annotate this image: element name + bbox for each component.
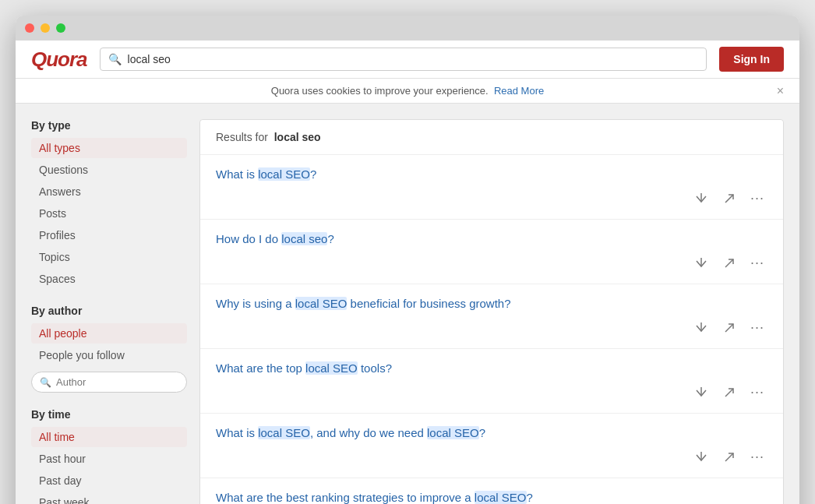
result-actions-4: ··· xyxy=(216,447,767,467)
downvote-button-2[interactable] xyxy=(691,319,711,337)
app-window: Quora 🔍 Sign In Quora uses cookies to im… xyxy=(16,16,799,504)
filter-past-hour[interactable]: Past hour xyxy=(31,449,187,469)
downvote-button-1[interactable] xyxy=(691,255,711,272)
result-title-5[interactable]: What are the best ranking strategies to … xyxy=(216,489,767,504)
filter-past-day[interactable]: Past day xyxy=(31,471,187,491)
search-icon: 🔍 xyxy=(108,53,122,65)
filter-past-week[interactable]: Past week xyxy=(31,492,187,504)
filter-all-people[interactable]: All people xyxy=(31,323,187,344)
filter-topics[interactable]: Topics xyxy=(31,247,187,267)
logo: Quora xyxy=(31,48,87,72)
cookie-text: Quora uses cookies to improve your exper… xyxy=(271,85,544,97)
cookie-banner: Quora uses cookies to improve your exper… xyxy=(16,79,799,104)
result-title-0[interactable]: What is local SEO? xyxy=(216,166,767,182)
main-content: By type All types Questions Answers Post… xyxy=(16,104,799,504)
share-button-4[interactable] xyxy=(719,449,739,466)
result-actions-0: ··· xyxy=(216,189,767,208)
header: Quora 🔍 Sign In xyxy=(16,41,799,79)
more-button-3[interactable]: ··· xyxy=(747,382,767,402)
read-more-link[interactable]: Read More xyxy=(494,85,544,97)
by-time-label: By time xyxy=(31,408,187,421)
filter-all-types[interactable]: All types xyxy=(31,138,187,158)
result-item: How do I do local seo? ··· xyxy=(200,220,783,284)
filter-people-you-follow[interactable]: People you follow xyxy=(31,345,187,365)
maximize-dot[interactable] xyxy=(56,23,65,33)
filter-all-time[interactable]: All time xyxy=(31,427,187,447)
more-button-1[interactable]: ··· xyxy=(747,253,767,273)
result-item: What is local SEO, and why do we need lo… xyxy=(200,414,783,478)
downvote-button-3[interactable] xyxy=(691,384,711,401)
result-title-2[interactable]: Why is using a local SEO beneficial for … xyxy=(216,295,767,312)
minimize-dot[interactable] xyxy=(41,23,50,33)
sidebar: By type All types Questions Answers Post… xyxy=(31,119,187,504)
filter-questions[interactable]: Questions xyxy=(31,160,187,180)
by-type-section: By type All types Questions Answers Post… xyxy=(31,119,187,289)
svg-line-3 xyxy=(725,259,733,267)
title-bar xyxy=(16,16,799,41)
share-button-1[interactable] xyxy=(719,255,739,272)
result-actions-2: ··· xyxy=(216,318,767,337)
search-input[interactable] xyxy=(128,53,699,65)
by-author-label: By author xyxy=(31,305,187,317)
result-actions-3: ··· xyxy=(216,382,767,402)
result-title-3[interactable]: What are the top local SEO tools? xyxy=(216,360,767,376)
more-button-0[interactable]: ··· xyxy=(747,189,767,208)
results-query: local seo xyxy=(274,131,321,143)
filter-posts[interactable]: Posts xyxy=(31,203,187,224)
author-search-box: 🔍 xyxy=(31,372,187,393)
by-type-label: By type xyxy=(31,119,187,132)
result-item: What are the top local SEO tools? ··· xyxy=(200,349,783,414)
by-time-section: By time All time Past hour Past day Past… xyxy=(31,408,187,504)
result-actions-1: ··· xyxy=(216,253,767,273)
cookie-close-button[interactable]: × xyxy=(777,84,784,98)
close-dot[interactable] xyxy=(25,23,34,33)
filter-profiles[interactable]: Profiles xyxy=(31,225,187,245)
filter-answers[interactable]: Answers xyxy=(31,182,187,202)
author-search-icon: 🔍 xyxy=(40,377,51,388)
result-item: Why is using a local SEO beneficial for … xyxy=(200,284,783,349)
svg-line-5 xyxy=(725,324,733,332)
by-author-section: By author All people People you follow 🔍 xyxy=(31,305,187,393)
downvote-button-0[interactable] xyxy=(691,190,711,207)
svg-line-7 xyxy=(725,389,733,397)
share-button-0[interactable] xyxy=(719,190,739,207)
result-title-1[interactable]: How do I do local seo? xyxy=(216,231,767,247)
more-button-4[interactable]: ··· xyxy=(747,447,767,467)
results-list: What is local SEO? ··· How do I do xyxy=(200,155,783,504)
search-bar: 🔍 xyxy=(100,48,707,71)
results-panel: Results for local seo What is local SEO? xyxy=(199,119,784,504)
author-search-input[interactable] xyxy=(56,376,178,388)
svg-line-9 xyxy=(725,453,733,461)
result-title-4[interactable]: What is local SEO, and why do we need lo… xyxy=(216,425,767,441)
sign-in-button[interactable]: Sign In xyxy=(719,47,784,72)
results-header: Results for local seo xyxy=(200,120,783,155)
result-item: What are the best ranking strategies to … xyxy=(200,478,783,504)
share-button-3[interactable] xyxy=(719,384,739,401)
svg-line-1 xyxy=(725,195,733,203)
share-button-2[interactable] xyxy=(719,319,739,337)
more-button-2[interactable]: ··· xyxy=(747,318,767,337)
result-item: What is local SEO? ··· xyxy=(200,155,783,220)
downvote-button-4[interactable] xyxy=(691,449,711,466)
filter-spaces[interactable]: Spaces xyxy=(31,269,187,289)
